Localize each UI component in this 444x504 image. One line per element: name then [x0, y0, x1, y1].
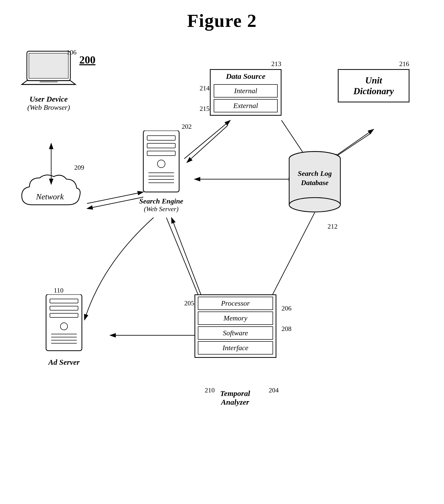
svg-rect-38 [50, 306, 78, 310]
data-source-title: Data Source [211, 70, 281, 83]
ref-204: 204 [269, 387, 279, 394]
svg-line-11 [269, 212, 315, 302]
ad-server-area: 110 Ad Server [33, 294, 95, 367]
processor-component: Processor [198, 297, 273, 310]
ref-213: 213 [271, 60, 281, 68]
ref-210: 210 [205, 387, 215, 394]
search-engine-label: Search Engine [131, 197, 192, 205]
ref-215: 215 [200, 105, 210, 113]
svg-rect-37 [50, 299, 78, 303]
ref-110: 110 [54, 287, 63, 294]
search-engine-sublabel: (Web Server) [131, 205, 192, 213]
svg-rect-39 [50, 313, 78, 317]
ref-208: 208 [281, 325, 291, 333]
svg-rect-22 [147, 151, 175, 156]
data-source-internal: Internal [214, 84, 278, 98]
user-device-area: 106 User Device (Web Browser) [15, 49, 82, 112]
search-log-db-label: Search LogDatabase [287, 169, 343, 188]
svg-line-13 [166, 218, 202, 305]
ref-205: 205 [184, 299, 194, 307]
ref-214: 214 [200, 84, 210, 92]
svg-rect-16 [29, 53, 68, 78]
software-component: Software [198, 326, 273, 340]
svg-point-23 [157, 160, 165, 168]
ref-209: 209 [74, 164, 84, 171]
svg-rect-20 [147, 136, 175, 140]
interface-component: Interface [198, 341, 273, 355]
unit-dictionary-box: Unit Dictionary [338, 69, 409, 102]
data-source-box: Data Source Internal External [210, 69, 281, 116]
svg-rect-21 [147, 143, 175, 148]
data-source-external: External [214, 99, 278, 112]
search-engine-area: 202 Search Engine (Web Server) [131, 131, 192, 213]
ref-106: 106 [67, 49, 77, 56]
diagram-container: 200 106 User Device (Web Browser) 209 Ne… [0, 33, 444, 504]
memory-component: Memory [198, 312, 273, 325]
svg-point-35 [289, 198, 340, 212]
ref-206: 206 [281, 305, 291, 312]
temporal-analyzer-label: TemporalAnalyzer [220, 389, 250, 406]
user-device-sublabel: (Web Browser) [15, 103, 82, 112]
server-tower-icon [138, 131, 184, 197]
ad-server-icon [41, 294, 87, 356]
svg-line-12 [171, 218, 205, 305]
svg-line-6 [187, 125, 228, 163]
ref-216: 216 [399, 60, 409, 68]
network-area: 209 Network [13, 171, 87, 222]
ref-212: 212 [328, 223, 338, 230]
search-log-db-area: Search LogDatabase 212 [287, 148, 343, 215]
temporal-analyzer-box: Processor Memory Software Interface [194, 294, 276, 358]
page-title: Figure 2 [0, 0, 444, 31]
svg-point-40 [60, 323, 68, 330]
network-label: Network [13, 192, 87, 201]
user-device-label: User Device [15, 95, 82, 103]
ad-server-label: Ad Server [33, 358, 95, 367]
ref-202: 202 [182, 123, 192, 131]
